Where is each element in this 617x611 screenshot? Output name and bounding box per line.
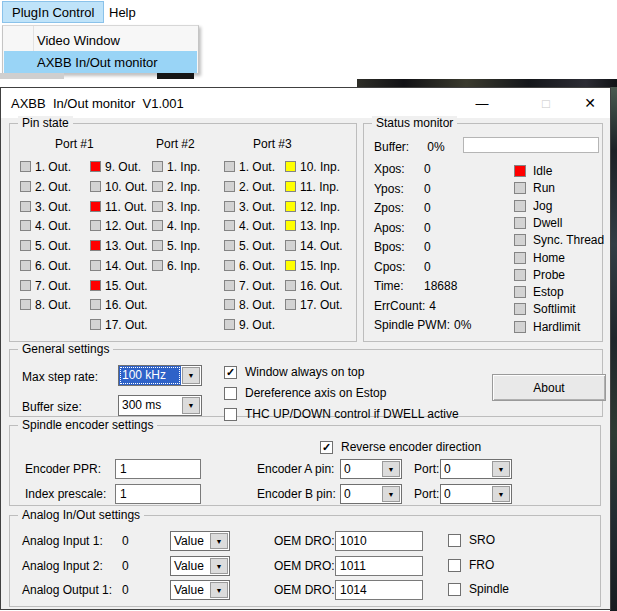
checkbox-spindle[interactable]: Spindle: [448, 582, 509, 596]
analog-mode-combobox[interactable]: Value▼: [170, 580, 230, 600]
close-button[interactable]: ✕: [574, 88, 606, 118]
pin-label: 1. Inp.: [167, 160, 200, 174]
pin-label: 14. Out.: [105, 259, 148, 273]
checkbox-box[interactable]: [448, 534, 461, 547]
analog-mode-combobox-value: Value: [171, 581, 209, 599]
status-label: Time:: [374, 279, 420, 293]
pin-indicator-row: 4. Out.: [224, 219, 275, 232]
oem-dro-textbox[interactable]: [335, 531, 423, 551]
pin-indicator-row: 16. Out.: [285, 279, 343, 292]
pin-indicator-row: 15. Inp.: [285, 259, 340, 272]
chevron-down-icon[interactable]: ▼: [492, 486, 510, 502]
chevron-down-icon[interactable]: ▼: [492, 461, 510, 477]
group-title: Pin state: [18, 116, 73, 130]
checkbox-box[interactable]: [448, 583, 461, 596]
group-title: General settings: [18, 342, 113, 356]
menu-item-video-window[interactable]: Video Window: [4, 29, 197, 51]
max-step-rate-value: 100 kHz: [119, 366, 181, 385]
max-step-rate-label: Max step rate:: [22, 370, 98, 384]
checkbox-box[interactable]: [448, 559, 461, 572]
buffer-row: Buffer: 0%: [374, 140, 445, 154]
max-step-rate-combobox[interactable]: 100 kHz ▼: [118, 365, 202, 386]
menubar-item-help[interactable]: Help: [100, 1, 145, 23]
pin-state-box: [224, 260, 235, 271]
group-title: Analog In/Out settings: [18, 508, 144, 522]
flag-state-box: [514, 217, 526, 229]
status-value: 0: [424, 221, 431, 235]
status-flag-dwell: Dwell: [514, 216, 562, 230]
pin-label: 8. Out.: [35, 298, 71, 312]
oem-dro-textbox[interactable]: [335, 556, 423, 576]
minimize-button[interactable]: —: [466, 88, 498, 118]
pin-label: 15. Inp.: [300, 259, 340, 273]
checkbox-fro[interactable]: FRO: [448, 558, 494, 572]
analog-mode-combobox[interactable]: Value▼: [170, 556, 230, 576]
checkbox-window-always-on-top[interactable]: ✓Window always on top: [224, 365, 364, 379]
encoder-port-combobox[interactable]: 0▼: [440, 484, 512, 504]
flag-state-box: [514, 200, 526, 212]
pin-indicator-row: 6. Inp.: [152, 259, 200, 272]
chevron-down-icon[interactable]: ▼: [182, 397, 200, 414]
checkbox-box[interactable]: ✓: [320, 441, 333, 454]
checkbox-reverse-encoder-direction[interactable]: ✓Reverse encoder direction: [320, 440, 481, 454]
chevron-down-icon[interactable]: ▼: [210, 558, 228, 574]
encoder-port-label: Port:: [414, 487, 439, 501]
checkbox-box[interactable]: ✓: [224, 366, 237, 379]
menu-item-axbb-in-out-monitor[interactable]: AXBB In/Out monitor: [4, 51, 197, 73]
general-settings-group: General settings Max step rate: 100 kHz …: [9, 349, 603, 417]
oem-dro-label: OEM DRO:: [274, 559, 335, 573]
chevron-down-icon[interactable]: ▼: [182, 367, 200, 384]
checkbox-sro[interactable]: SRO: [448, 533, 495, 547]
status-value: 0: [424, 260, 431, 274]
encoder-port-combobox[interactable]: 0▼: [440, 459, 512, 479]
chevron-down-icon[interactable]: ▼: [210, 582, 228, 598]
pin-state-box: [285, 260, 296, 271]
group-title: Spindle encoder settings: [18, 418, 157, 432]
analog-label: Analog Output 1:: [22, 583, 112, 597]
flag-state-box: [514, 321, 526, 333]
encoder-left-label: Index prescale:: [25, 487, 106, 501]
plugin-control-menu: Video WindowAXBB In/Out monitor: [2, 25, 199, 74]
background-fragment: [157, 73, 194, 79]
pin-label: 13. Out.: [105, 239, 148, 253]
checkbox-box[interactable]: [224, 408, 237, 421]
pin-indicator-row: 3. Out.: [20, 200, 71, 213]
chevron-down-icon[interactable]: ▼: [382, 486, 400, 502]
pin-label: 3. Out.: [239, 200, 275, 214]
encoder-textbox[interactable]: [115, 484, 201, 504]
pin-indicator-row: 7. Out.: [20, 279, 71, 292]
pin-indicator-row: 10. Out.: [90, 180, 148, 193]
pin-state-box: [90, 161, 101, 172]
oem-dro-textbox[interactable]: [335, 580, 423, 600]
buffer-size-combobox[interactable]: 300 ms ▼: [118, 395, 202, 416]
pin-label: 2. Out.: [35, 180, 71, 194]
checkbox-thc-up-down-control-if-dwell-active[interactable]: THC UP/DOWN control if DWELL active: [224, 407, 459, 421]
pin-label: 16. Out.: [105, 298, 148, 312]
chevron-down-icon[interactable]: ▼: [210, 533, 228, 549]
pin-indicator-row: 6. Out.: [20, 259, 71, 272]
pin-indicator-row: 13. Inp.: [285, 219, 340, 232]
checkbox-box[interactable]: [224, 387, 237, 400]
pin-indicator-row: 3. Out.: [224, 200, 275, 213]
status-row: ErrCount:4: [374, 299, 436, 313]
menubar-item-plugin-control[interactable]: PlugIn Control: [2, 1, 104, 23]
encoder-pin-label: Encoder A pin:: [257, 462, 334, 476]
checkbox-label: Spindle: [469, 582, 509, 596]
flag-state-box: [514, 234, 526, 246]
pin-label: 3. Out.: [35, 200, 71, 214]
encoder-pin-combobox[interactable]: 0▼: [340, 459, 402, 479]
status-label: Cpos:: [374, 260, 420, 274]
checkbox-label: Reverse encoder direction: [341, 440, 481, 454]
encoder-textbox[interactable]: [115, 459, 201, 479]
flag-label: Dwell: [533, 216, 562, 230]
chevron-down-icon[interactable]: ▼: [382, 461, 400, 477]
about-button[interactable]: About: [492, 374, 606, 401]
status-row: Zpos:0: [374, 201, 431, 215]
checkbox-dereference-axis-on-estop[interactable]: Dereference axis on Estop: [224, 386, 386, 400]
analog-mode-combobox[interactable]: Value▼: [170, 531, 230, 551]
pin-label: 6. Inp.: [167, 259, 200, 273]
encoder-pin-combobox[interactable]: 0▼: [340, 484, 402, 504]
pin-indicator-row: 5. Out.: [20, 239, 71, 252]
flag-label: Hardlimit: [533, 320, 580, 334]
pin-label: 11. Inp.: [300, 180, 339, 194]
